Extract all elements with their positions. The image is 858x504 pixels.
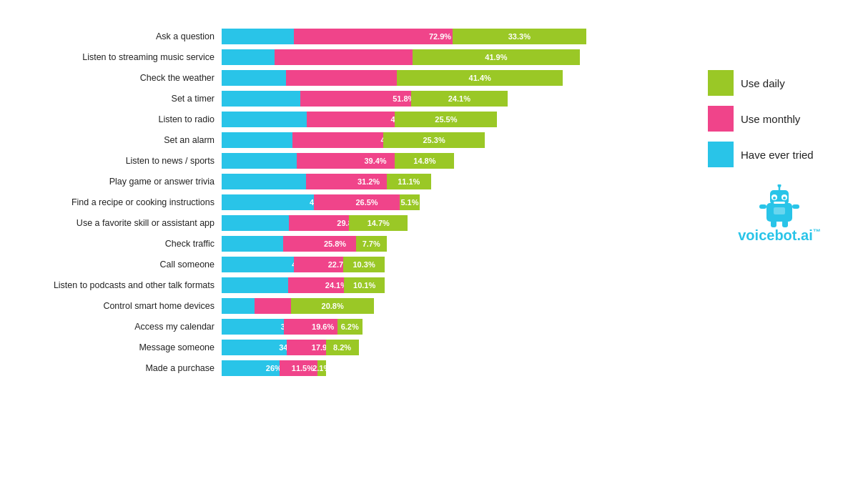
bar-row: Listen to podcasts and other talk format… [7,276,694,295]
bar-group: 91%72.9%33.3% [222,29,586,44]
bar-row: Set an alarm65.7%48%25.3% [7,131,694,149]
bar-group: 58.1%39.4%14.8% [222,153,454,169]
bar-daily: 24.1% [411,91,508,107]
bar-daily: 25.5% [395,112,497,127]
bar-daily: 25.3% [383,132,485,148]
bar-group: 46.5%29.8%14.7% [222,215,408,231]
bar-row: Message someone34.2%17.9%8.2% [7,338,694,357]
svg-rect-8 [774,202,785,204]
bar-daily: 20.8% [291,298,374,314]
bar-group: 71.4%51.8%24.1% [222,91,508,107]
bar-row: Set a timer71.4%51.8%24.1% [7,89,694,108]
bar-daily: 11.1% [387,174,431,189]
row-label: Use a favorite skill or assistant app [7,218,222,228]
row-label: Access my calendar [7,322,222,332]
bar-row: Find a recipe or cooking instructions49.… [7,193,694,212]
legend-box-monthly [708,106,734,132]
bar-row: Listen to streaming music service89.5%76… [7,48,694,66]
bar-daily: 10.1% [344,277,385,293]
bar-group: 34.2%17.9%8.2% [222,340,359,355]
bar-daily: 2.1% [317,360,326,376]
bar-group: 40.7%22.7%10.3% [222,257,385,272]
bar-row: Access my calendar35.1%19.6%6.2% [7,317,694,336]
bar-daily: 41.4% [397,70,563,86]
robot-logo-icon [758,184,801,227]
row-label: Call someone [7,260,222,270]
svg-rect-11 [771,220,776,227]
legend-label-daily: Use daily [741,77,785,89]
legend-item-tried: Have ever tried [708,142,851,167]
bar-daily: 10.3% [343,257,385,272]
bar-daily: 33.3% [453,29,586,44]
bar-row: Listen to news / sports58.1%39.4%14.8% [7,152,694,170]
svg-rect-12 [782,220,788,227]
row-label: Listen to streaming music service [7,52,222,62]
bar-daily: 8.2% [326,340,359,355]
bar-group: 85.2%69.1%41.4% [222,70,563,86]
bar-daily: 7.7% [356,236,387,252]
bar-daily: 14.7% [349,215,408,231]
bar-group: 65.7%48%25.3% [222,132,485,148]
logo-text: voicebot.ai™ [738,227,820,244]
bar-group: 89.5%76.2%41.9% [222,49,580,65]
bar-daily: 41.9% [413,49,581,65]
bar-group: 40.7%24.1%10.1% [222,277,385,293]
row-label: Set an alarm [7,135,222,145]
bar-daily: 14.8% [395,153,454,169]
row-label: Listen to radio [7,114,222,124]
legend-item-daily: Use daily [708,70,851,96]
bar-group: 35.1%19.6%6.2% [222,319,363,335]
row-label: Ask a question [7,31,222,41]
row-label: Message someone [7,342,222,352]
row-label: Control smart home devices [7,301,222,311]
bar-row: Call someone40.7%22.7%10.3% [7,255,694,274]
legend-label-tried: Have ever tried [741,149,814,161]
svg-point-7 [783,197,786,199]
row-label: Check the weather [7,73,222,83]
row-label: Listen to podcasts and other talk format… [7,280,222,290]
bar-row: Use a favorite skill or assistant app46.… [7,214,694,232]
legend-area: Use daily Use monthly Have ever tried [694,27,851,497]
row-label: Find a recipe or cooking instructions [7,197,222,207]
legend-item-monthly: Use monthly [708,106,851,132]
row-label: Set a timer [7,94,222,104]
bar-group: 52.3%31.2%11.1% [222,174,431,189]
bar-row: Check the weather85.2%69.1%41.4% [7,69,694,87]
chart-area: Ask a question91%72.9%33.3%Listen to str… [7,27,694,497]
svg-point-6 [773,197,776,199]
bar-group: 38.1%29.9%20.8% [222,298,374,314]
svg-point-3 [778,184,781,187]
bar-row: Control smart home devices38.1%29.9%20.8… [7,297,694,315]
legend-box-daily [708,70,734,96]
svg-rect-9 [759,204,766,209]
bar-group: 49.5%26.5%5.1% [222,194,420,210]
bar-daily: 6.2% [337,319,363,335]
row-label: Made a purchase [7,363,222,373]
legend-label-monthly: Use monthly [741,113,800,125]
bar-row: Ask a question91%72.9%33.3% [7,27,694,46]
bar-daily: 5.1% [400,194,420,210]
bar-group: 41.2%25.8%7.7% [222,236,387,252]
row-label: Play game or answer trivia [7,177,222,187]
row-label: Listen to news / sports [7,156,222,166]
bar-group: 68.8%47.6%25.5% [222,112,497,127]
svg-rect-10 [792,204,799,209]
bar-row: Check traffic41.2%25.8%7.7% [7,234,694,253]
bar-row: Play game or answer trivia52.3%31.2%11.1… [7,172,694,191]
legend-box-tried [708,142,734,167]
bar-group: 26%11.5%2.1% [222,360,326,376]
bar-row: Listen to radio68.8%47.6%25.5% [7,110,694,129]
bar-row: Made a purchase26%11.5%2.1% [7,359,694,377]
logo-area: voicebot.ai™ [708,184,851,244]
row-label: Check traffic [7,239,222,249]
svg-rect-13 [774,207,785,214]
